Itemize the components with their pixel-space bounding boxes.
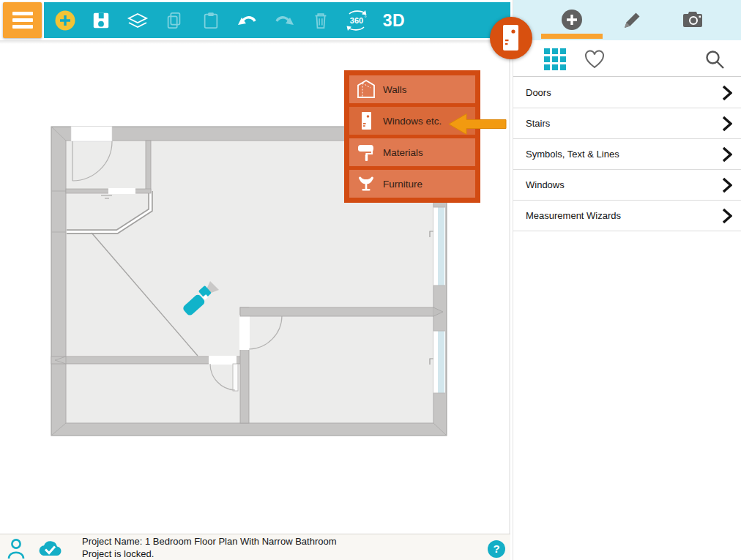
help-button[interactable]: ?: [488, 540, 505, 558]
3d-label: 3D: [383, 11, 405, 31]
dragged-door-item[interactable]: [490, 17, 532, 59]
chevron-right-icon: [712, 116, 741, 132]
add-button[interactable]: [51, 6, 80, 35]
toolbar-shadow: [0, 40, 509, 44]
undo-button[interactable]: [233, 6, 262, 35]
rotate-360-icon: 360 °: [342, 8, 371, 33]
project-locked-text: Project is locked.: [82, 548, 337, 560]
tab-edit[interactable]: [609, 4, 656, 36]
app-window: 360 ° 3D Walls: [0, 0, 741, 560]
svg-text:°: °: [364, 15, 366, 21]
category-label: Windows: [513, 179, 712, 190]
layers-icon: [127, 10, 149, 31]
pencil-icon: [622, 9, 644, 31]
heart-icon: [584, 50, 605, 69]
category-row-stairs[interactable]: Stairs: [513, 108, 741, 139]
chevron-right-icon: [712, 177, 741, 193]
redo-button[interactable]: [269, 6, 299, 35]
user-icon: [9, 540, 23, 559]
plus-circle-icon: [561, 9, 583, 31]
menu-item-materials[interactable]: Materials: [349, 138, 475, 166]
tab-snapshot[interactable]: [669, 4, 716, 36]
paste-button[interactable]: [196, 6, 226, 35]
category-label: Doors: [513, 87, 712, 98]
add-icon: [54, 10, 76, 31]
panel-tab-bar: [513, 0, 741, 40]
interior-wall-top-left[interactable]: [146, 141, 151, 192]
category-label: Stairs: [513, 118, 712, 129]
category-row-symbols-text-lines[interactable]: Symbols, Text & Lines: [513, 139, 741, 170]
status-icons: [6, 537, 38, 560]
door-drag-icon: [490, 17, 532, 59]
panel-sub-bar: [513, 40, 741, 77]
hamburger-menu-button[interactable]: [3, 2, 42, 38]
project-info: Project Name: 1 Bedroom Floor Plan With …: [82, 536, 337, 560]
layers-button[interactable]: [123, 6, 152, 35]
chevron-right-icon: [712, 208, 741, 224]
status-bar: Project Name: 1 Bedroom Floor Plan With …: [0, 534, 510, 560]
menu-item-walls[interactable]: Walls: [349, 75, 475, 103]
chevron-right-icon: [712, 85, 741, 101]
item-panel: Doors Stairs Symbols, Text & Lines Windo…: [513, 0, 741, 560]
subtab-categories[interactable]: [543, 47, 567, 72]
menu-item-label: Furniture: [383, 179, 422, 190]
category-label: Measurement Wizards: [513, 210, 712, 221]
grid-icon: [543, 48, 567, 71]
chair-icon: [349, 173, 383, 195]
search-icon: [704, 49, 725, 70]
category-row-measurement-wizards[interactable]: Measurement Wizards: [513, 201, 741, 231]
save-button[interactable]: [86, 6, 116, 35]
trash-icon: [311, 11, 330, 30]
top-toolbar: 360 ° 3D: [0, 0, 510, 40]
subtab-search[interactable]: [702, 47, 727, 72]
door-icon: [349, 110, 383, 132]
copy-button[interactable]: [160, 6, 189, 35]
paint-roller-icon: [349, 141, 383, 163]
subtab-favorites[interactable]: [582, 47, 607, 72]
tab-add[interactable]: [548, 4, 595, 36]
svg-text:360: 360: [350, 16, 363, 25]
tutorial-arrow-pointer: [447, 111, 509, 137]
chevron-right-icon: [712, 146, 741, 163]
toolbar-strip: 360 ° 3D: [44, 2, 510, 38]
copy-icon: [165, 11, 184, 30]
category-label: Symbols, Text & Lines: [513, 149, 712, 160]
category-row-windows[interactable]: Windows: [513, 170, 741, 201]
category-row-doors[interactable]: Doors: [513, 78, 741, 108]
cloud-sync-icon[interactable]: [37, 540, 63, 559]
paste-icon: [201, 11, 220, 30]
menu-item-furniture[interactable]: Furniture: [349, 170, 475, 198]
undo-icon: [237, 10, 258, 31]
redo-icon: [273, 10, 295, 31]
bedroom-wall[interactable]: [240, 307, 443, 316]
menu-item-label: Windows etc.: [383, 116, 442, 127]
menu-item-label: Walls: [383, 84, 407, 95]
view-3d-button[interactable]: 3D: [379, 6, 409, 35]
active-tab-underline: [541, 34, 603, 39]
project-name-text: Project Name: 1 Bedroom Floor Plan With …: [82, 536, 337, 548]
delete-button[interactable]: [306, 6, 335, 35]
help-icon: ?: [493, 542, 499, 555]
view-360-button[interactable]: 360 °: [342, 6, 371, 35]
camera-icon: [681, 9, 704, 31]
walls-icon: [349, 78, 383, 100]
category-list: Doors Stairs Symbols, Text & Lines Windo…: [513, 78, 741, 231]
menu-item-label: Materials: [383, 147, 423, 158]
save-icon: [92, 11, 111, 30]
